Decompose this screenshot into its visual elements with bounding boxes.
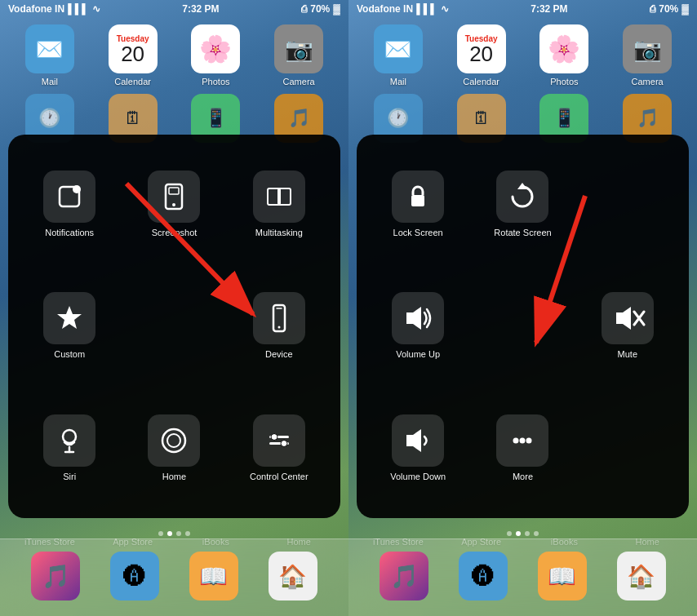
left-status-bar: Vodafone IN ▌▌▌ ∿ 7:32 PM ⎙ 70% ▓ — [0, 0, 348, 18]
dock-itunes[interactable]: 🎵 — [23, 552, 88, 604]
dock-appstore[interactable]: 🅐 — [102, 552, 167, 604]
svg-point-4 — [172, 203, 175, 206]
left-carrier: Vodafone IN — [8, 3, 64, 15]
svg-point-15 — [167, 434, 180, 447]
right-top-app-row: ✉️ Mail Tuesday 20 Calendar 🌸 Photos 📷 C… — [348, 24, 697, 86]
dot-3 — [176, 531, 181, 536]
home-icon: 🏠 — [269, 552, 317, 600]
photos-icon: 🌸 — [191, 24, 240, 73]
right-calendar-icon: Tuesday 20 — [457, 24, 506, 73]
screenshot-label: Screenshot — [152, 228, 198, 238]
volume-up-icon — [392, 292, 444, 344]
control-arrow-hint — [473, 268, 571, 383]
volume-down-icon — [392, 414, 444, 467]
left-time: 7:32 PM — [182, 3, 219, 15]
left-top-app-row: ✉️ Mail Tuesday 20 Calendar 🌸 Photos 📷 C… — [0, 24, 348, 86]
calendar-icon: Tuesday 20 — [109, 24, 158, 73]
left-panel: Vodafone IN ▌▌▌ ∿ 7:32 PM ⎙ 70% ▓ ✉️ Mai… — [0, 0, 348, 616]
svg-point-19 — [281, 440, 287, 446]
control-center-label: Control Center — [250, 472, 309, 482]
right-home-icon: 🏠 — [617, 552, 666, 600]
volume-up-label: Volume Up — [396, 349, 440, 360]
assist-home[interactable]: Home — [125, 391, 223, 506]
left-status-left: Vodafone IN ▌▌▌ ∿ — [8, 3, 100, 15]
dot-4 — [185, 531, 190, 536]
left-dock: 🎵 🅐 📖 🏠 — [0, 538, 348, 616]
right-dock-appstore[interactable]: 🅐 — [451, 552, 516, 604]
assist-device[interactable]: Device — [230, 268, 328, 383]
home-label: Home — [162, 472, 186, 482]
mail-label: Mail — [42, 77, 58, 86]
assist-notifications[interactable]: Notifications — [20, 147, 118, 262]
right-appstore-icon: 🅐 — [459, 552, 508, 600]
left-battery-icon: ▓ — [333, 3, 340, 15]
dock-home[interactable]: 🏠 — [260, 552, 326, 604]
right-signal-icon: ▌▌▌ — [416, 3, 437, 15]
assistive-overlay: Notifications Screenshot Multitasking — [8, 135, 340, 518]
svg-point-1 — [73, 185, 81, 193]
svg-point-31 — [526, 437, 532, 443]
control-center-overlay: Lock Screen Rotate Screen — [357, 135, 689, 518]
appstore-icon: 🅐 — [110, 552, 159, 600]
right-panel: Vodafone IN ▌▌▌ ∿ 7:32 PM ⎙ 70% ▓ ✉️ Mai… — [348, 0, 697, 616]
left-battery-pct: 70% — [310, 3, 330, 15]
control-more[interactable]: More — [473, 391, 571, 506]
svg-point-11 — [63, 430, 76, 443]
lock-screen-label: Lock Screen — [393, 228, 443, 238]
more-label: More — [513, 472, 533, 482]
itunes-icon: 🎵 — [31, 552, 80, 600]
rotate-screen-label: Rotate Screen — [494, 228, 551, 238]
app-calendar[interactable]: Tuesday 20 Calendar — [100, 24, 166, 86]
right-app-camera[interactable]: 📷 Camera — [615, 24, 680, 86]
dot-2 — [167, 531, 172, 536]
control-center-icon — [253, 414, 305, 467]
app-photos[interactable]: 🌸 Photos — [183, 24, 248, 86]
right-status-right: ⎙ 70% ▓ — [650, 3, 689, 15]
right-dot-2 — [516, 531, 521, 536]
right-page-dots — [348, 531, 697, 536]
dock-ibooks[interactable]: 📖 — [181, 552, 246, 604]
app-mail[interactable]: ✉️ Mail — [17, 24, 82, 86]
right-dock-itunes[interactable]: 🎵 — [371, 552, 437, 604]
assist-center-empty — [125, 268, 223, 383]
siri-icon — [43, 414, 95, 467]
assist-siri[interactable]: Siri — [20, 391, 118, 506]
assist-screenshot[interactable]: Screenshot — [125, 147, 223, 262]
right-dot-1 — [507, 531, 512, 536]
right-dock: 🎵 🅐 📖 🏠 — [348, 538, 697, 616]
right-dot-4 — [534, 531, 539, 536]
svg-point-9 — [277, 326, 280, 329]
dot-1 — [158, 531, 163, 536]
right-app-mail[interactable]: ✉️ Mail — [366, 24, 431, 86]
app-camera[interactable]: 📷 Camera — [266, 24, 331, 86]
control-rotate-screen[interactable]: Rotate Screen — [473, 147, 571, 262]
left-status-right: ⎙ 70% ▓ — [301, 3, 340, 15]
control-volume-up[interactable]: Volume Up — [369, 268, 467, 383]
assist-custom[interactable]: Custom — [20, 268, 118, 383]
control-empty-2 — [579, 391, 677, 506]
right-time: 7:32 PM — [531, 3, 567, 15]
control-volume-down[interactable]: Volume Down — [369, 391, 467, 506]
more-icon — [496, 414, 548, 467]
assist-multitasking[interactable]: Multitasking — [230, 147, 328, 262]
right-dock-ibooks[interactable]: 📖 — [530, 552, 595, 604]
calendar-label: Calendar — [114, 77, 151, 86]
ibooks-icon: 📖 — [189, 552, 238, 600]
lock-screen-icon — [392, 171, 444, 223]
svg-marker-23 — [517, 183, 527, 189]
control-lock-screen[interactable]: Lock Screen — [369, 147, 467, 262]
notifications-icon — [43, 171, 95, 223]
right-camera-icon: 📷 — [623, 24, 672, 73]
right-photos-icon: 🌸 — [539, 24, 588, 73]
right-app-photos[interactable]: 🌸 Photos — [531, 24, 597, 86]
left-wifi-icon: ∿ — [92, 3, 100, 15]
right-mail-icon: ✉️ — [374, 24, 423, 73]
right-dock-home[interactable]: 🏠 — [609, 552, 674, 604]
right-app-calendar[interactable]: Tuesday 20 Calendar — [449, 24, 514, 86]
right-dot-3 — [525, 531, 530, 536]
assist-control-center[interactable]: Control Center — [230, 391, 328, 506]
volume-down-label: Volume Down — [390, 472, 446, 482]
screenshot-icon — [148, 171, 200, 223]
control-mute[interactable]: Mute — [579, 268, 677, 383]
right-status-bar: Vodafone IN ▌▌▌ ∿ 7:32 PM ⎙ 70% ▓ — [348, 0, 697, 18]
